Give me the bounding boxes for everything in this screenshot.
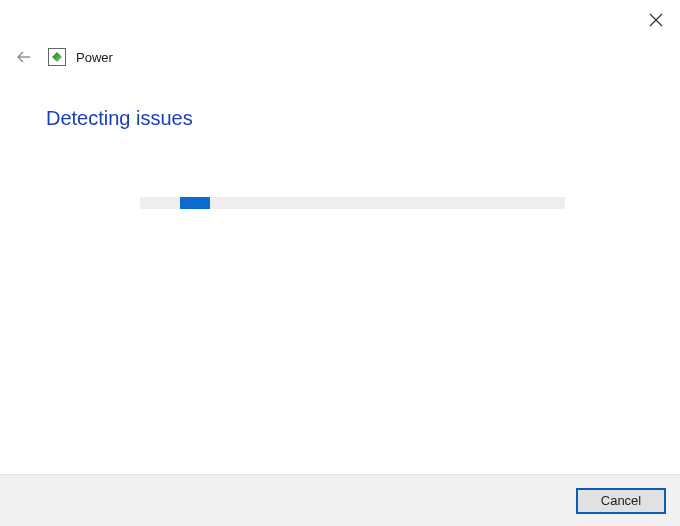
close-icon: [649, 13, 663, 27]
progress-bar: [140, 197, 565, 209]
cancel-button[interactable]: Cancel: [576, 488, 666, 514]
footer-bar: Cancel: [0, 474, 680, 526]
power-troubleshooter-icon: [48, 48, 66, 66]
app-title: Power: [76, 50, 113, 65]
progress-indicator: [180, 197, 210, 209]
close-button[interactable]: [646, 10, 666, 30]
back-button[interactable]: [14, 47, 34, 67]
header-row: Power: [14, 47, 113, 67]
back-arrow-icon: [15, 48, 33, 66]
page-heading: Detecting issues: [46, 107, 193, 130]
